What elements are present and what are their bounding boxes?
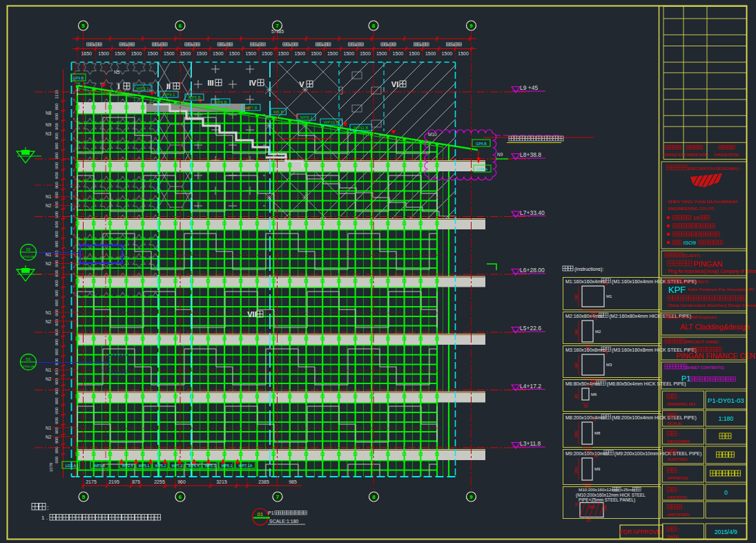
svg-text:WP2.4: WP2.4 <box>122 464 133 468</box>
svg-text:VII: VII <box>247 310 256 318</box>
svg-text:8: 8 <box>372 23 376 29</box>
svg-text:DY01-08: DY01-08 <box>23 255 35 258</box>
svg-text:WP6.B: WP6.B <box>214 100 227 104</box>
svg-text:6: 6 <box>179 494 182 500</box>
svg-text::: : <box>678 527 679 532</box>
svg-text:1500: 1500 <box>164 51 175 56</box>
svg-text:900: 900 <box>55 230 59 238</box>
svg-text:WP5.1: WP5.1 <box>138 464 149 468</box>
svg-text:PINGAN: PINGAN <box>693 260 722 268</box>
svg-text:L6+28.00: L6+28.00 <box>520 267 545 274</box>
svg-text:GP3.B: GP3.B <box>73 76 84 80</box>
svg-text::: : <box>678 488 679 493</box>
svg-text:N9: N9 <box>497 152 503 157</box>
svg-text:4: 4 <box>594 316 597 321</box>
svg-text:10: 10 <box>594 454 598 458</box>
svg-text:ISO9: ISO9 <box>684 240 697 246</box>
svg-text:M9:200x100x10mm: M9:200x100x10mm <box>565 451 608 456</box>
svg-text:900: 900 <box>55 309 59 316</box>
svg-text:900: 900 <box>55 318 59 326</box>
svg-text:M8: M8 <box>594 431 601 435</box>
svg-text:50: 50 <box>583 404 588 408</box>
svg-text::: : <box>678 450 679 455</box>
svg-text:960: 960 <box>177 479 186 484</box>
svg-text:1500: 1500 <box>425 51 436 56</box>
svg-text:;: ; <box>153 515 155 522</box>
svg-text:KPF: KPF <box>668 285 686 295</box>
svg-text:900: 900 <box>55 377 59 385</box>
svg-text:N8: N8 <box>46 111 52 115</box>
svg-text:200: 200 <box>574 431 578 437</box>
svg-text:+: + <box>322 43 324 47</box>
svg-text:N1: N1 <box>46 310 52 315</box>
svg-text:M8:200x100x4mm: M8:200x100x4mm <box>565 415 605 420</box>
svg-text:(M8:200x100x4mm HICK STEEL PIP: (M8:200x100x4mm HICK STEEL PIPE) <box>612 415 697 421</box>
svg-text:ARCHIVES:: ARCHIVES: <box>667 512 690 517</box>
svg-text:WP10.B: WP10.B <box>324 120 339 124</box>
svg-text:900: 900 <box>55 339 59 346</box>
svg-text:M2: M2 <box>595 330 601 334</box>
svg-text:4: 4 <box>605 282 608 286</box>
svg-text:1135: 1135 <box>55 89 59 99</box>
svg-text:7: 7 <box>276 494 280 500</box>
svg-text:200: 200 <box>574 467 578 473</box>
svg-text:200: 200 <box>588 505 594 509</box>
svg-text:+: + <box>158 43 160 47</box>
svg-text::: : <box>678 432 679 437</box>
svg-text:(Curtain Wall Engineer):: (Curtain Wall Engineer): <box>675 315 717 319</box>
svg-text:900: 900 <box>55 211 59 218</box>
svg-text::: : <box>678 394 679 399</box>
svg-text:8: 8 <box>372 494 376 500</box>
svg-text:PIPE+25mm STEEL PANEL): PIPE+25mm STEEL PANEL) <box>579 497 635 503</box>
svg-text:1500: 1500 <box>262 51 273 56</box>
svg-text:Ping An Insurance(Group) Compa: Ping An Insurance(Group) Company of Chin… <box>668 269 756 274</box>
svg-text:CHANGE NO.: CHANGE NO. <box>663 153 683 157</box>
svg-text:GP4.B: GP4.B <box>476 142 487 146</box>
svg-text:(Instructions):: (Instructions): <box>574 267 603 272</box>
svg-text:+: + <box>354 43 356 47</box>
svg-text:+: + <box>289 43 291 47</box>
svg-text:4: 4 <box>590 384 592 388</box>
svg-text:900: 900 <box>55 388 59 395</box>
svg-text:1650: 1650 <box>81 51 92 56</box>
svg-text:4: 4 <box>594 418 596 422</box>
svg-text:900: 900 <box>55 132 59 140</box>
svg-text:1500: 1500 <box>393 51 404 56</box>
svg-text:CHANGE DATE: CHANGE DATE <box>684 153 707 157</box>
svg-text:1500: 1500 <box>376 51 387 56</box>
svg-text:900: 900 <box>55 417 59 424</box>
svg-text:W6.B: W6.B <box>273 110 284 114</box>
svg-text:8: 8 <box>605 350 608 354</box>
svg-text:SCALE:1:180: SCALE:1:180 <box>269 519 299 524</box>
svg-text:1500: 1500 <box>442 51 453 56</box>
svg-text:N1: N1 <box>46 426 52 430</box>
svg-text::: : <box>47 504 49 511</box>
svg-text:(DECORATION DESIGNING) :: (DECORATION DESIGNING) : <box>688 166 741 171</box>
svg-text:M10: M10 <box>428 132 437 137</box>
svg-text:3215: 3215 <box>216 479 227 484</box>
svg-text:VI: VI <box>391 80 398 88</box>
svg-text:900: 900 <box>55 456 59 464</box>
svg-text:160: 160 <box>603 505 607 511</box>
svg-text:1500: 1500 <box>246 51 257 56</box>
svg-text:P1: P1 <box>268 511 274 515</box>
svg-text:III: III <box>207 79 213 87</box>
svg-text:1078: 1078 <box>49 462 53 472</box>
svg-text:V: V <box>299 80 304 88</box>
svg-text:N2: N2 <box>46 203 52 208</box>
svg-text:900: 900 <box>55 348 59 356</box>
svg-text:WP7.2: WP7.2 <box>171 464 182 468</box>
svg-text:2255: 2255 <box>154 479 165 484</box>
svg-text:M3: M3 <box>606 363 612 367</box>
svg-text:VERSION:: VERSION: <box>667 495 688 499</box>
svg-text:1500: 1500 <box>229 51 240 56</box>
svg-text:900: 900 <box>55 113 59 120</box>
svg-text:IV: IV <box>249 79 257 87</box>
svg-text:900: 900 <box>55 250 59 258</box>
svg-text:900: 900 <box>55 240 59 248</box>
svg-text:L3+11.8: L3+11.8 <box>520 440 541 447</box>
svg-text:(M9:200x100x10mm HICK STEEL PI: (M9:200x100x10mm HICK STEEL PIPE) <box>614 451 702 457</box>
svg-text:16: 16 <box>693 215 699 221</box>
svg-text:0: 0 <box>724 489 728 496</box>
svg-text:875: 875 <box>132 479 140 484</box>
